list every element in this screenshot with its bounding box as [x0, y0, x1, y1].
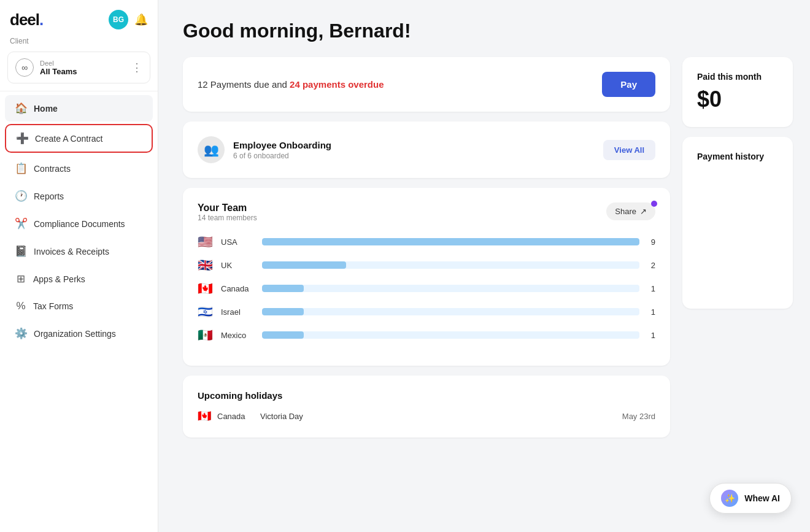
country-flag: 🇲🇽 — [198, 328, 214, 342]
sidebar-item-invoices[interactable]: 📓 Invoices & Receipts — [5, 238, 153, 264]
reports-icon: 🕐 — [15, 190, 28, 202]
sidebar-item-contracts[interactable]: 📋 Contracts — [5, 155, 153, 182]
whew-ai-icon: ✨ — [721, 490, 738, 507]
country-name: Israel — [221, 307, 255, 317]
reports-label: Reports — [34, 191, 64, 201]
holiday-name: Victoria Day — [260, 412, 616, 421]
infinity-icon: ∞ — [15, 58, 34, 77]
client-label: Client — [0, 37, 158, 52]
sidebar-item-org-settings[interactable]: ⚙️ Organization Settings — [5, 320, 153, 347]
onboarding-card: 👥 Employee Onboarding 6 of 6 onboarded V… — [183, 121, 670, 178]
contracts-label: Contracts — [34, 164, 71, 174]
tax-icon: % — [15, 300, 27, 312]
share-arrow-icon: ↗ — [640, 207, 647, 216]
holidays-card: Upcoming holidays 🇨🇦 Canada Victoria Day… — [183, 376, 670, 438]
onboarding-inner: 👥 Employee Onboarding 6 of 6 onboarded V… — [198, 136, 655, 163]
country-row: 🇬🇧 UK 2 — [198, 258, 655, 272]
sidebar-item-apps[interactable]: ⊞ Apps & Perks — [5, 266, 153, 292]
country-bar-container — [262, 331, 639, 339]
holiday-country: Canada — [217, 412, 254, 421]
org-settings-label: Organization Settings — [34, 329, 116, 339]
sidebar-item-reports[interactable]: 🕐 Reports — [5, 183, 153, 209]
onboarding-title: Employee Onboarding — [233, 140, 331, 150]
view-all-button[interactable]: View All — [603, 140, 655, 160]
country-count: 1 — [647, 331, 655, 340]
country-bar-container — [262, 261, 639, 269]
country-bar-container — [262, 308, 639, 315]
country-bar-fill — [262, 308, 304, 315]
sidebar-header: deel. BG 🔔 — [0, 0, 158, 37]
country-name: Canada — [221, 284, 255, 293]
pay-button[interactable]: Pay — [602, 72, 655, 97]
sidebar-item-tax[interactable]: % Tax Forms — [5, 293, 153, 319]
sidebar: deel. BG 🔔 Client ∞ Deel All Teams ⋮ 🏠 H… — [0, 0, 158, 532]
team-card: Your Team 14 team members Share ↗ 🇺🇸 USA… — [183, 188, 670, 366]
sidebar-item-create-contract[interactable]: ➕ Create A Contract — [5, 124, 153, 153]
right-column: Paid this month $0 Payment history — [682, 57, 793, 515]
holiday-flag: 🇨🇦 — [198, 409, 211, 423]
sidebar-divider — [0, 91, 158, 91]
country-flag: 🇮🇱 — [198, 304, 214, 319]
country-count: 1 — [647, 284, 655, 293]
whew-ai-button[interactable]: ✨ Whew AI — [709, 483, 792, 514]
main-content: Good morning, Bernard! 12 Payments due a… — [158, 0, 810, 532]
team-name: All Teams — [40, 67, 77, 76]
sidebar-top-right: BG 🔔 — [109, 10, 148, 29]
home-label: Home — [34, 104, 58, 114]
content-area: 12 Payments due and 24 payments overdue … — [183, 57, 793, 515]
sidebar-item-home[interactable]: 🏠 Home — [5, 95, 153, 121]
country-row: 🇲🇽 Mexico 1 — [198, 328, 655, 342]
country-row: 🇺🇸 USA 9 — [198, 234, 655, 249]
compliance-label: Compliance Documents — [34, 219, 125, 229]
paid-title: Paid this month — [697, 72, 778, 82]
avatar[interactable]: BG — [109, 10, 128, 29]
holiday-row: 🇨🇦 Canada Victoria Day May 23rd — [198, 409, 655, 423]
holiday-date: May 23rd — [622, 412, 655, 421]
country-flag: 🇬🇧 — [198, 258, 214, 272]
greeting: Good morning, Bernard! — [183, 20, 793, 42]
holidays-list: 🇨🇦 Canada Victoria Day May 23rd — [198, 409, 655, 423]
share-notification-dot — [651, 201, 657, 207]
country-row: 🇨🇦 Canada 1 — [198, 281, 655, 296]
paid-card: Paid this month $0 — [682, 57, 793, 127]
team-card-header: Your Team 14 team members Share ↗ — [198, 202, 655, 232]
payment-card: 12 Payments due and 24 payments overdue … — [183, 57, 670, 112]
holidays-title: Upcoming holidays — [198, 390, 655, 401]
country-flag: 🇨🇦 — [198, 281, 214, 296]
country-bar-fill — [262, 238, 639, 245]
country-bar-fill — [262, 285, 304, 292]
create-contract-label: Create A Contract — [35, 134, 103, 144]
team-selector-left: ∞ Deel All Teams — [15, 58, 77, 77]
share-button[interactable]: Share ↗ — [606, 202, 655, 220]
whew-ai-label: Whew AI — [744, 493, 780, 503]
team-options-icon[interactable]: ⋮ — [131, 61, 142, 74]
history-title: Payment history — [697, 152, 778, 161]
team-org: Deel — [40, 60, 77, 67]
overdue-text: 24 payments overdue — [290, 79, 384, 90]
country-count: 9 — [647, 237, 655, 247]
deel-logo: deel. — [10, 10, 43, 29]
country-count: 1 — [647, 307, 655, 317]
history-card: Payment history — [682, 137, 793, 309]
paid-amount: $0 — [697, 87, 778, 112]
share-label: Share — [615, 207, 636, 216]
team-members-count: 14 team members — [198, 214, 257, 222]
team-title: Your Team 14 team members — [198, 202, 257, 232]
sidebar-item-compliance[interactable]: ✂️ Compliance Documents — [5, 210, 153, 237]
country-name: USA — [221, 237, 255, 247]
invoices-label: Invoices & Receipts — [34, 247, 109, 256]
country-list: 🇺🇸 USA 9 🇬🇧 UK 2 🇨🇦 Canada 1 🇮🇱 Israel 1… — [198, 234, 655, 342]
invoices-icon: 📓 — [15, 245, 28, 258]
apps-icon: ⊞ — [15, 272, 27, 285]
bell-icon[interactable]: 🔔 — [134, 13, 148, 26]
center-column: 12 Payments due and 24 payments overdue … — [183, 57, 670, 515]
compliance-icon: ✂️ — [15, 217, 28, 230]
team-selector[interactable]: ∞ Deel All Teams ⋮ — [7, 52, 150, 83]
nav-menu: 🏠 Home ➕ Create A Contract 📋 Contracts 🕐… — [0, 94, 158, 348]
team-card-title: Your Team — [198, 202, 257, 214]
country-flag: 🇺🇸 — [198, 234, 214, 249]
country-bar-fill — [262, 261, 346, 269]
country-name: Mexico — [221, 331, 255, 340]
team-info: Deel All Teams — [40, 60, 77, 76]
onboarding-info: Employee Onboarding 6 of 6 onboarded — [233, 140, 331, 160]
